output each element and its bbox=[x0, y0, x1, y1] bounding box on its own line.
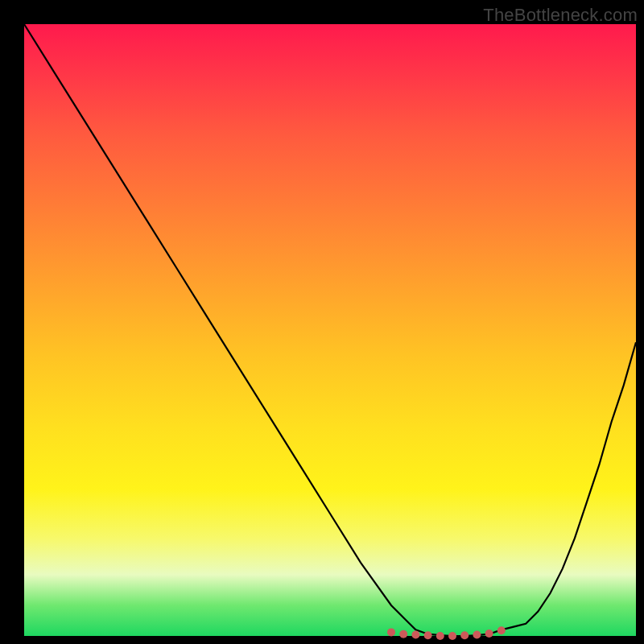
plot-area bbox=[24, 24, 636, 636]
floor-markers bbox=[387, 626, 506, 640]
floor-marker-dot bbox=[448, 632, 456, 640]
floor-marker-dot bbox=[497, 626, 506, 634]
chart-svg bbox=[24, 24, 636, 636]
chart-frame: TheBottleneck.com bbox=[0, 0, 644, 644]
floor-marker-dot bbox=[399, 630, 407, 638]
watermark-text: TheBottleneck.com bbox=[483, 5, 638, 26]
floor-marker-dot bbox=[424, 631, 432, 639]
bottleneck-curve bbox=[24, 24, 636, 636]
floor-marker-dot bbox=[473, 631, 481, 639]
floor-marker-dot bbox=[411, 631, 419, 639]
floor-marker-dot bbox=[485, 630, 493, 638]
floor-marker-dot bbox=[387, 628, 395, 636]
floor-marker-dot bbox=[460, 631, 469, 639]
floor-marker-dot bbox=[436, 632, 444, 640]
